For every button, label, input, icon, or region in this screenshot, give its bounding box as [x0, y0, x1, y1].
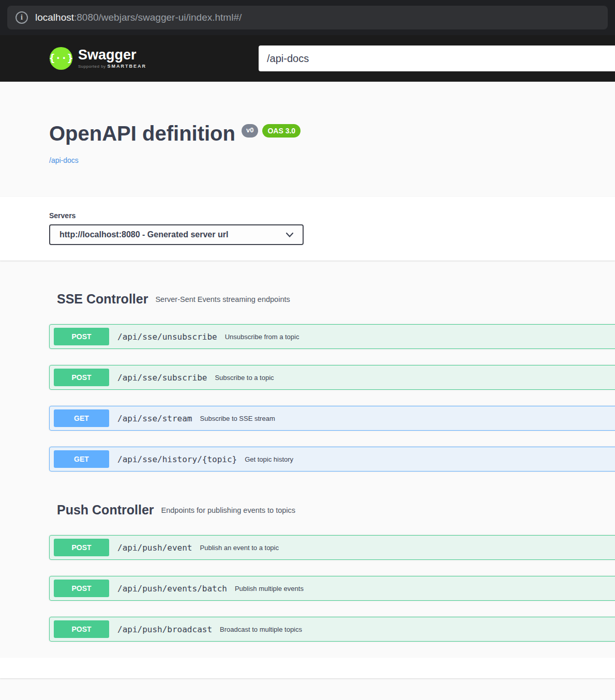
operation-summary: Get topic history	[245, 455, 293, 463]
smartbear-label: SMARTBEAR	[108, 64, 147, 69]
operation-summary: Publish multiple events	[235, 585, 304, 592]
operation-path: /api/push/events/batch	[117, 584, 227, 594]
next-section-partial	[0, 658, 615, 678]
oas-badge: OAS 3.0	[262, 124, 301, 138]
method-badge: GET	[54, 450, 109, 468]
url-host: localhost	[35, 12, 74, 23]
operation-path: /api/push/broadcast	[117, 625, 212, 634]
operation-summary: Broadcast to multiple topics	[220, 626, 302, 633]
svg-text:{··}: {··}	[49, 52, 73, 64]
url-path: :8080/webjars/swagger-ui/index.html#/	[74, 12, 242, 23]
operations-list: POST /api/sse/unsubscribe Unsubscribe fr…	[49, 324, 615, 471]
operation-row[interactable]: GET /api/sse/history/{topic} Get topic h…	[49, 447, 615, 471]
method-badge: POST	[54, 539, 109, 556]
api-tag-section: Push Controller Endpoints for publishing…	[49, 497, 615, 642]
method-badge: POST	[54, 328, 109, 345]
title-row: OpenAPI definition v0 OAS 3.0	[49, 121, 615, 146]
operation-path: /api/sse/history/{topic}	[117, 454, 237, 464]
servers-section: Servers http://localhost:8080 - Generate…	[0, 197, 615, 261]
operation-path: /api/sse/subscribe	[117, 373, 207, 383]
api-sections: SSE Controller Server-Sent Events stream…	[0, 286, 615, 642]
url-text[interactable]: localhost:8080/webjars/swagger-ui/index.…	[35, 12, 242, 23]
page-info-icon[interactable]: i	[16, 11, 28, 24]
operation-row[interactable]: POST /api/push/events/batch Publish mult…	[49, 576, 615, 601]
operation-summary: Unsubscribe from a topic	[225, 333, 299, 341]
tag-description: Endpoints for publishing events to topic…	[161, 506, 296, 514]
method-badge: GET	[54, 409, 109, 427]
operation-summary: Subscribe to SSE stream	[200, 415, 275, 422]
method-badge: POST	[54, 580, 109, 597]
operation-row[interactable]: POST /api/push/event Publish an event to…	[49, 535, 615, 560]
operation-row[interactable]: GET /api/sse/stream Subscribe to SSE str…	[49, 406, 615, 431]
operation-row[interactable]: POST /api/push/broadcast Broadcast to mu…	[49, 617, 615, 642]
page-title: OpenAPI definition	[49, 121, 235, 146]
tag-title: Push Controller	[57, 503, 154, 518]
api-docs-link[interactable]: /api-docs	[49, 156, 79, 164]
api-tag-section: SSE Controller Server-Sent Events stream…	[49, 286, 615, 471]
swagger-logo[interactable]: {··} Swagger Supported bySMARTBEAR	[49, 47, 146, 70]
title-badges: v0 OAS 3.0	[242, 124, 301, 138]
explore-input[interactable]	[259, 45, 615, 71]
tag-header[interactable]: Push Controller Endpoints for publishing…	[49, 497, 615, 523]
operation-summary: Subscribe to a topic	[215, 374, 274, 382]
chevron-down-icon	[286, 233, 293, 237]
tag-header[interactable]: SSE Controller Server-Sent Events stream…	[49, 286, 615, 312]
servers-selected-value: http://localhost:8080 - Generated server…	[59, 230, 228, 239]
operation-path: /api/push/event	[117, 543, 192, 553]
url-field[interactable]: i localhost:8080/webjars/swagger-ui/inde…	[7, 6, 608, 29]
method-badge: POST	[54, 369, 109, 386]
logo-title: Swagger	[78, 48, 146, 62]
operation-row[interactable]: POST /api/sse/unsubscribe Unsubscribe fr…	[49, 324, 615, 349]
method-badge: POST	[54, 620, 109, 638]
swagger-logo-icon: {··}	[49, 47, 73, 70]
operation-path: /api/sse/unsubscribe	[117, 332, 217, 342]
logo-subtitle: Supported bySMARTBEAR	[78, 64, 146, 69]
swagger-topbar: {··} Swagger Supported bySMARTBEAR	[0, 35, 615, 82]
supported-by-label: Supported by	[78, 64, 106, 69]
tag-title: SSE Controller	[57, 292, 148, 307]
operation-summary: Publish an event to a topic	[200, 544, 279, 552]
operations-list: POST /api/push/event Publish an event to…	[49, 535, 615, 642]
operation-row[interactable]: POST /api/sse/subscribe Subscribe to a t…	[49, 365, 615, 390]
version-badge: v0	[242, 124, 258, 138]
tag-description: Server-Sent Events streaming endpoints	[155, 295, 290, 303]
operation-path: /api/sse/stream	[117, 414, 192, 423]
browser-url-bar: i localhost:8080/webjars/swagger-ui/inde…	[0, 0, 615, 35]
servers-label: Servers	[49, 211, 615, 220]
servers-select[interactable]: http://localhost:8080 - Generated server…	[49, 224, 304, 245]
logo-texts: Swagger Supported bySMARTBEAR	[78, 48, 146, 69]
info-section: OpenAPI definition v0 OAS 3.0 /api-docs	[0, 82, 615, 197]
